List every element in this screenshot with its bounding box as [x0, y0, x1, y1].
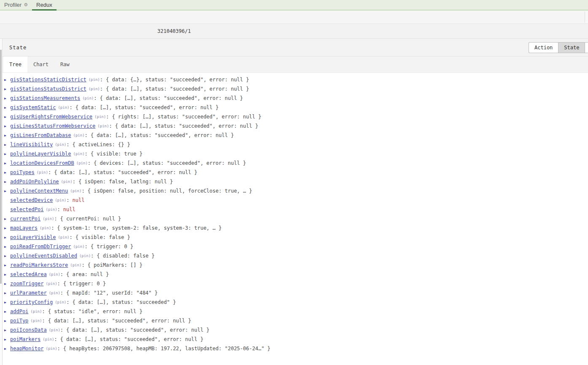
pin-link[interactable]: (pin) [37, 170, 48, 174]
expand-arrow-icon[interactable]: ▶ [4, 310, 10, 314]
tree-row[interactable]: ▶ polylineLayerVisible (pin) : { visible… [4, 149, 588, 158]
pin-link[interactable]: (pin) [46, 207, 57, 212]
expand-arrow-icon[interactable]: ▶ [4, 254, 10, 258]
left-scrollbar[interactable] [0, 39, 3, 365]
pin-link[interactable]: (pin) [30, 319, 42, 323]
tree-row[interactable]: ▶ heapMonitor (pin) : { heapBytes: 20679… [4, 344, 588, 353]
expand-arrow-icon[interactable]: ▶ [4, 180, 10, 184]
state-key[interactable]: priorityConfig [10, 299, 53, 305]
gear-icon[interactable]: ⚙ [24, 3, 28, 7]
tree-row[interactable]: ▶ poiLayerVisible (pin) : { visible: fal… [4, 233, 588, 242]
state-key[interactable]: polylineEventsDisabled [10, 253, 77, 259]
pin-link[interactable]: (pin) [49, 272, 60, 276]
scrollbar-track[interactable] [585, 11, 588, 23]
pin-link[interactable]: (pin) [89, 78, 100, 82]
pin-link[interactable]: (pin) [55, 142, 66, 147]
pin-link[interactable]: (pin) [94, 115, 106, 119]
state-key[interactable]: gisSystemStatic [10, 105, 56, 110]
pin-link[interactable]: (pin) [46, 282, 57, 286]
pin-link[interactable]: (pin) [76, 161, 88, 165]
expand-arrow-icon[interactable]: ▶ [4, 106, 10, 110]
state-key[interactable]: currentPoi [10, 216, 40, 222]
pin-link[interactable]: (pin) [82, 96, 94, 100]
state-view-button[interactable]: State [558, 42, 585, 53]
tree-row[interactable]: ▶ mapLayers (pin) : { system-1: true, sy… [4, 223, 588, 233]
pin-link[interactable]: (pin) [70, 263, 81, 267]
state-key[interactable]: selectedPoi [10, 207, 43, 212]
state-key[interactable]: selectedDevice [10, 197, 53, 203]
action-list-item[interactable]: 321040396/1 [0, 24, 588, 39]
pin-link[interactable]: (pin) [97, 124, 109, 128]
tree-row[interactable]: ▶ gisStationsStaticDistrict (pin) : { da… [4, 75, 588, 84]
tree-row[interactable]: ▶ currentPoi (pin) : { currentPoi: null … [4, 214, 588, 223]
pin-link[interactable]: (pin) [70, 189, 81, 193]
expand-arrow-icon[interactable]: ▶ [4, 347, 10, 351]
pin-link[interactable]: (pin) [79, 254, 91, 258]
expand-arrow-icon[interactable]: ▶ [4, 78, 10, 82]
expand-arrow-icon[interactable]: ▶ [4, 301, 10, 304]
pin-link[interactable]: (pin) [58, 235, 69, 239]
tree-row[interactable]: ▶ zoomTrigger (pin) : { trigger: 0 } [4, 279, 588, 288]
expand-arrow-icon[interactable]: ▶ [4, 273, 10, 276]
pin-link[interactable]: (pin) [73, 133, 85, 137]
state-key[interactable]: readPoiMarkersStore [10, 262, 68, 268]
expand-arrow-icon[interactable]: ▶ [4, 189, 10, 193]
scrollbar-thumb[interactable] [0, 50, 2, 284]
expand-arrow-icon[interactable]: ▶ [4, 291, 10, 295]
tree-row[interactable]: ▶ gisStationsMeasurements (pin) : { data… [4, 94, 588, 103]
expand-arrow-icon[interactable]: ▶ [4, 245, 10, 249]
state-key[interactable]: gisStationsStaticDistrict [10, 77, 86, 83]
tab-chart[interactable]: Chart [27, 56, 54, 72]
state-key[interactable]: mapLayers [10, 225, 38, 231]
tree-row[interactable]: ▶ poiTyp (pin) : { data: […], status: "s… [4, 316, 588, 325]
tree-row[interactable]: ▶ lineVisibility (pin) : { activeLines: … [4, 140, 588, 149]
expand-arrow-icon[interactable]: ▶ [4, 152, 10, 156]
pin-link[interactable]: (pin) [43, 337, 54, 341]
pin-link[interactable]: (pin) [49, 328, 60, 332]
state-key[interactable]: gisUserRightsFromWebservice [10, 114, 92, 120]
expand-arrow-icon[interactable]: ▶ [4, 236, 10, 239]
tree-row[interactable]: ▶ priorityConfig (pin) : { data: […], st… [4, 298, 588, 307]
tree-row[interactable]: ▶ selectedArea (pin) : { area: null } [4, 270, 588, 279]
expand-arrow-icon[interactable]: ▶ [4, 171, 10, 174]
tree-row[interactable]: ▶ polylineContextMenu (pin) : { isOpen: … [4, 186, 588, 196]
expand-arrow-icon[interactable]: ▶ [4, 161, 10, 165]
state-key[interactable]: gisStationsMeasurements [10, 95, 80, 101]
state-key[interactable]: poiIconsData [10, 327, 47, 333]
expand-arrow-icon[interactable]: ▶ [4, 87, 10, 91]
tree-row[interactable]: ▶ poiTypes (pin) : { data: […], status: … [4, 168, 588, 177]
state-key[interactable]: polylineContextMenu [10, 188, 68, 194]
pin-link[interactable]: (pin) [43, 217, 54, 221]
expand-arrow-icon[interactable]: ▶ [4, 338, 10, 341]
tab-redux[interactable]: Redux [32, 0, 57, 11]
state-key[interactable]: addPoiOnPolyline [10, 179, 59, 185]
pin-link[interactable]: (pin) [61, 180, 73, 184]
pin-link[interactable]: (pin) [89, 87, 100, 91]
tree-row[interactable]: ▶ poiReadFromDbTrigger (pin) : { trigger… [4, 242, 588, 251]
expand-arrow-icon[interactable]: ▶ [4, 328, 10, 332]
pin-link[interactable]: (pin) [55, 198, 66, 202]
pin-link[interactable]: (pin) [46, 346, 57, 351]
state-key[interactable]: lineVisibility [10, 142, 53, 148]
tab-tree[interactable]: Tree [3, 56, 27, 72]
state-key[interactable]: poiTyp [10, 318, 28, 324]
tree-row[interactable]: ▶ gisSystemStatic (pin) : { data: […], s… [4, 103, 588, 112]
pin-link[interactable]: (pin) [73, 244, 85, 249]
expand-arrow-icon[interactable]: ▶ [4, 143, 10, 147]
tree-row[interactable]: ▶ addPoiOnPolyline (pin) : { isOpen: fal… [4, 177, 588, 186]
tree-row[interactable]: ▶ readPoiMarkersStore (pin) : { poiMarke… [4, 260, 588, 270]
state-key[interactable]: addPoi [10, 309, 28, 314]
state-key[interactable]: gisLinesStatusFromWebservice [10, 123, 95, 129]
state-key[interactable]: heapMonitor [10, 346, 43, 352]
expand-arrow-icon[interactable]: ▶ [4, 263, 10, 267]
diff-view-button[interactable]: Diff [585, 42, 588, 53]
expand-arrow-icon[interactable]: ▶ [4, 124, 10, 128]
tree-row[interactable]: ▶ selectedDevice (pin) : null [4, 196, 588, 205]
state-key[interactable]: locationDevicesFromDB [10, 160, 74, 166]
tree-row[interactable]: ▶ addPoi (pin) : { status: "idle", error… [4, 307, 588, 316]
tree-row[interactable]: ▶ gisUserRightsFromWebservice (pin) : { … [4, 112, 588, 121]
pin-link[interactable]: (pin) [73, 152, 85, 156]
expand-arrow-icon[interactable]: ▶ [4, 282, 10, 286]
state-key[interactable]: zoomTrigger [10, 281, 43, 287]
pin-link[interactable]: (pin) [55, 300, 66, 304]
